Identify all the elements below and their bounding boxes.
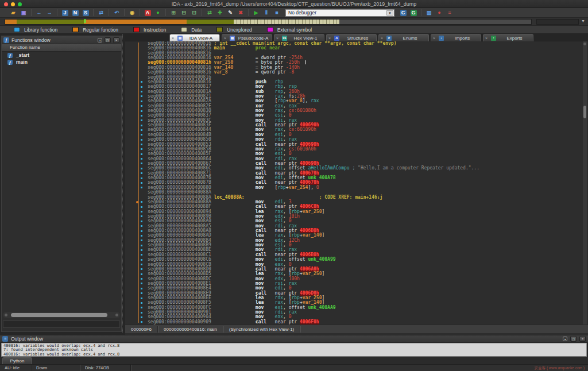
search-icon[interactable]: ◉ [127,9,137,17]
instruction-dot-icon [141,139,142,141]
unexplored-region[interactable] [187,20,234,24]
debugger-select[interactable]: No debugger ▼ [285,9,394,17]
analysis-indicator-icon[interactable]: ● [153,9,163,17]
close-icon[interactable]: × [328,36,332,40]
flowchart-icon[interactable]: ⊡ [189,9,199,17]
jump-function-icon: ↶ [114,10,120,16]
instruction-dot-icon [141,259,142,261]
au-status: AU: idle [0,365,32,371]
stop-debugger-icon[interactable]: ■ [272,9,281,17]
output-icon: ≡ [2,336,8,342]
disassembly-listing: seg000:0000000000400816; int __cdecl mai… [125,41,588,324]
function-item-start[interactable]: ƒ_start [2,52,121,59]
tab-hex-view-1[interactable]: ×01Hex View-1 [274,34,324,41]
jump-segment-icon[interactable]: S [81,9,90,17]
instruction-dot-icon [141,95,142,97]
step-into-icon[interactable]: C [399,9,408,17]
jump-xref-icon[interactable]: ⇄ [96,9,106,17]
instruction-dot-icon [141,187,142,188]
add-function-icon[interactable]: ✚ [215,9,225,17]
data-region[interactable] [234,20,339,24]
navigate-forward-icon[interactable]: → [45,9,54,17]
close-icon[interactable]: × [172,36,176,40]
instruction-dot-icon [141,158,142,160]
delete-function-icon[interactable]: ✖ [236,9,245,17]
edit-function-icon[interactable]: ✎ [226,9,235,17]
panel-divider[interactable] [122,34,124,333]
scroll-left-icon[interactable] [5,314,7,316]
breakpoint-list-icon[interactable]: ≡ [445,9,454,17]
float-button[interactable]: ◳ [570,336,577,342]
dock-button[interactable]: ▪ [98,38,102,42]
functions-horizontal-scrollbar[interactable] [3,312,120,318]
tab-label: Imports [446,36,479,41]
instruction-dot-icon [141,86,142,88]
close-panel-button[interactable]: × [579,336,586,342]
scrollbar-thumb[interactable] [583,106,586,118]
tab-pseudocode-a[interactable]: ×▤Pseudocode-A [222,34,272,41]
empty-region[interactable] [339,20,531,24]
text-view-icon[interactable]: ⊞ [169,9,178,17]
window-title: IDA - axb_2019_fmt64_dump /Users/error40… [0,1,588,8]
instruction-dot-icon [141,245,142,246]
jump-function-icon[interactable]: ↶ [112,9,121,17]
function-name: main [16,59,28,65]
instruction-dot-icon [141,144,142,145]
close-panel-button[interactable]: × [113,37,119,43]
stop-analysis-icon[interactable]: A [143,9,152,17]
close-icon[interactable]: × [276,36,280,40]
tab-enums[interactable]: ×#Enums [378,34,429,41]
view-tabbar: ×▤IDA View-A×▤Pseudocode-A×01Hex View-1×… [125,34,588,41]
output-window-titlebar[interactable]: ≡ Output window ▪ ◳ × [0,335,588,343]
instruction-dot-icon [141,235,142,237]
instruction-dot-icon [141,302,142,304]
tab-imports[interactable]: ×↓Imports [431,34,481,41]
listing-line[interactable]: seg000:0000000000400909 call near ptr 40… [125,320,588,324]
output-window-title: Output window [11,336,560,342]
listing-vertical-scrollbar[interactable] [583,41,587,324]
status-bar: AU: idle Down Disk: 774GB 安全客 ( www.anqu… [0,365,588,371]
patch-program-icon[interactable]: ⇄ [205,9,214,17]
debugger-select-value: No debugger [288,10,316,16]
close-icon[interactable]: × [485,36,489,40]
navigate-back-icon[interactable]: ← [34,9,44,17]
navigation-band[interactable] [5,19,532,25]
open-file-icon[interactable]: ▰ [9,9,18,17]
tab-ida-view-a[interactable]: ×▤IDA View-A [169,34,220,41]
function-name-column-header[interactable]: Function name [2,44,121,52]
tab-python[interactable]: Python [2,357,32,364]
scroll-right-icon[interactable] [115,314,118,316]
pause-debugger-icon[interactable]: Ⅱ [262,9,271,17]
dock-button[interactable]: ▪ [563,337,567,341]
float-button[interactable]: ◳ [105,37,111,43]
jump-name-icon[interactable]: N [71,9,80,17]
output-log[interactable]: 400816: variables would overlap: ecx.4 a… [1,343,587,357]
start-debugger-icon[interactable]: ▶ [252,9,261,17]
step-over-icon[interactable]: G [409,9,418,17]
scrollbar-thumb[interactable] [11,313,107,317]
tab-exports[interactable]: ×↑Exports [483,34,533,41]
save-icon[interactable]: ▣ [19,9,28,17]
close-icon[interactable]: × [381,36,385,40]
toolbar-separator [57,9,57,16]
breakpoint-icon[interactable]: ● [435,9,444,17]
close-icon[interactable]: × [224,36,228,40]
navband-funnel-icon[interactable]: ▼ [581,19,585,23]
toolbar-separator [202,9,202,16]
navband-zoom-box[interactable] [536,19,579,25]
debugger-windows-icon[interactable]: ▥ [424,9,434,17]
functions-filter-box[interactable] [3,320,120,328]
instruction-dot-icon [141,307,142,308]
unexplored-region[interactable] [17,20,84,24]
tab-structures[interactable]: ×AStructures [326,34,377,41]
regular-function-region[interactable] [5,20,17,24]
functions-window: ƒ Functions window ▪ ◳ × Function name ƒ… [1,36,122,332]
close-icon[interactable]: × [433,36,437,40]
function-item-main[interactable]: ƒmain [2,59,121,65]
instruction-dot-icon [141,119,142,121]
scroll-up-icon[interactable] [583,42,586,45]
graph-view-icon[interactable]: ⊟ [179,9,188,17]
jump-address-icon[interactable]: J [60,9,69,17]
regular-function-region[interactable] [84,20,187,24]
functions-window-titlebar[interactable]: ƒ Functions window ▪ ◳ × [2,36,121,44]
